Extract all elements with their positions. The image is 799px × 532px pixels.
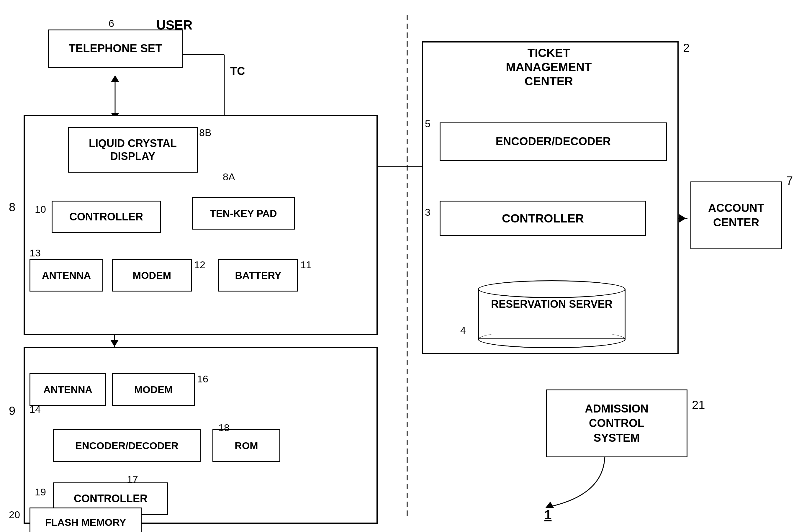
svg-marker-2 — [111, 75, 119, 82]
controller-10-box: CONTROLLER — [52, 201, 161, 233]
rom-box: ROM — [212, 429, 280, 462]
ref-20: 20 — [9, 509, 20, 520]
controller-3-box: CONTROLLER — [440, 201, 646, 236]
ref-9: 9 — [9, 404, 15, 418]
ref-6: 6 — [109, 18, 114, 29]
ref-3: 3 — [425, 207, 431, 218]
ref-18: 18 — [218, 422, 230, 434]
ref-11: 11 — [300, 259, 311, 270]
ref-13: 13 — [30, 247, 41, 259]
ref-12: 12 — [194, 259, 205, 270]
ticket-mgmt-label: TICKETMANAGEMENTCENTER — [454, 46, 643, 88]
reservation-server-label: RESERVATION SERVER — [478, 298, 626, 310]
diagram: USER 6 TELEPHONE SET TC 8 LIQUID CRYSTAL… — [0, 0, 799, 532]
encoder-decoder-lower-box: ENCODER/DECODER — [53, 429, 201, 462]
encoder-decoder-5-box: ENCODER/DECODER — [440, 122, 667, 161]
modem-12-box: MODEM — [112, 259, 192, 291]
ref-8: 8 — [9, 201, 15, 214]
ref-8a: 8A — [223, 171, 235, 183]
antenna-13-box: ANTENNA — [30, 259, 103, 291]
ref-19: 19 — [35, 486, 46, 498]
ref-14: 14 — [30, 404, 41, 415]
ref-1: 1 — [544, 508, 551, 522]
svg-marker-14 — [679, 214, 686, 223]
ref-5: 5 — [425, 118, 431, 130]
lcd-box: LIQUID CRYSTALDISPLAY — [68, 127, 198, 173]
flash-memory-box: FLASH MEMORY — [30, 508, 141, 532]
telephone-set-box: TELEPHONE SET — [48, 30, 183, 68]
svg-marker-50 — [545, 501, 554, 508]
ref-2: 2 — [683, 41, 689, 55]
svg-marker-35 — [110, 340, 119, 347]
ten-key-pad-box: TEN-KEY PAD — [192, 197, 295, 230]
battery-11-box: BATTERY — [218, 259, 298, 291]
modem-16-box: MODEM — [112, 373, 195, 406]
antenna-14-box: ANTENNA — [30, 373, 106, 406]
cylinder-bottom — [478, 330, 626, 348]
admission-control-box: ADMISSIONCONTROLSYSTEM — [546, 390, 687, 457]
ref-21: 21 — [692, 398, 705, 412]
tc-label: TC — [230, 65, 245, 78]
ref-4: 4 — [460, 325, 466, 336]
ref-16: 16 — [197, 373, 208, 385]
ref-10: 10 — [35, 204, 46, 215]
account-center-box: ACCOUNTCENTER — [690, 182, 782, 249]
reservation-server-container: RESERVATION SERVER — [478, 280, 626, 339]
cylinder-top — [478, 280, 626, 298]
ref-8b: 8B — [199, 127, 212, 138]
ref-7: 7 — [786, 174, 793, 187]
ref-17: 17 — [127, 474, 138, 485]
